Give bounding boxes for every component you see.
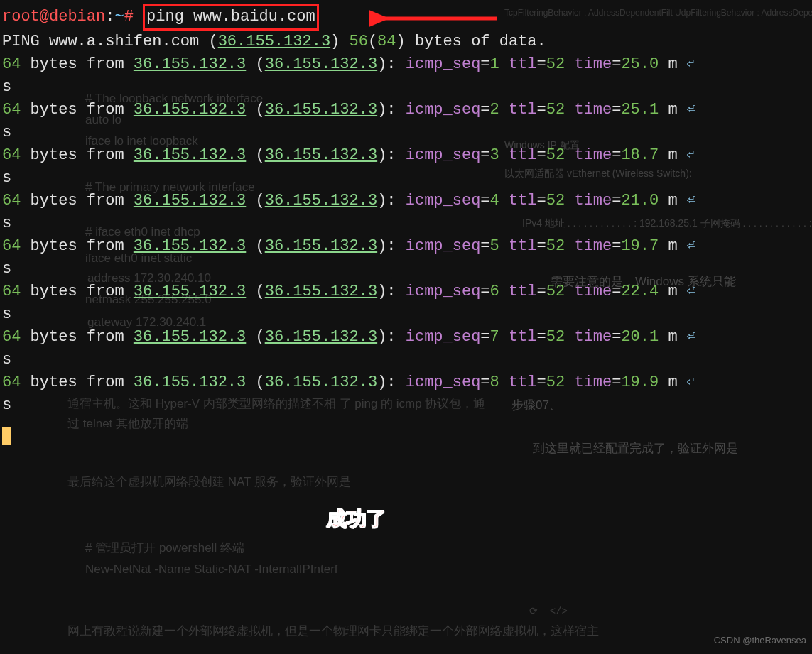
icmp-seq: 1	[490, 55, 499, 73]
wrap-arrow-icon: ⏎	[687, 328, 696, 346]
prompt-path: ~	[114, 8, 124, 26]
ping-command-highlighted: ping www.baidu.com	[143, 4, 319, 31]
resolved-ip: 36.155.132.3	[218, 33, 330, 50]
wrap-arrow-icon: ⏎	[687, 237, 696, 255]
time-value: 19.7	[621, 237, 659, 255]
time-value: 22.4	[621, 283, 659, 300]
bg-text: 最后给这个虚拟机网络段创建 NAT 服务，验证外网是	[67, 472, 351, 492]
time-value: 21.0	[621, 192, 659, 209]
time-value: 25.1	[621, 101, 659, 119]
terminal-output[interactable]: root@debian:~# ping www.baidu.com PING w…	[0, 0, 812, 420]
ttl-value: 52	[546, 192, 565, 209]
time-value: 20.1	[621, 328, 659, 346]
time-value: 25.0	[621, 55, 659, 73]
ping-reply-line: 64 bytes from 36.155.132.3 (36.155.132.3…	[2, 235, 810, 258]
wrap-arrow-icon: ⏎	[687, 146, 696, 164]
ttl-value: 52	[546, 328, 565, 346]
wrap-arrow-icon: ⏎	[687, 101, 696, 119]
ping-reply-wrap: s	[2, 76, 810, 99]
prompt-symbol: #	[124, 8, 134, 26]
prompt-user: root@debian	[2, 8, 105, 26]
reply-ip: 36.155.132.3	[134, 101, 246, 119]
ping-reply-wrap: s	[2, 121, 810, 144]
reply-ip: 36.155.132.3	[134, 192, 246, 209]
ping-header: PING www.a.shifen.com (36.155.132.3) 56(…	[2, 31, 810, 53]
icmp-seq: 8	[490, 374, 499, 391]
ping-reply-line: 64 bytes from 36.155.132.3 (36.155.132.3…	[2, 280, 810, 303]
wrap-arrow-icon: ⏎	[687, 283, 696, 300]
bg-text: 网上有教程说新建一个外部网络虚拟机，但是一个物理网卡只能绑定一个外部网络虚拟机，…	[67, 621, 812, 641]
ttl-value: 52	[546, 55, 565, 73]
icmp-seq: 4	[490, 192, 499, 209]
wrap-arrow-icon: ⏎	[687, 55, 696, 73]
reply-ip: 36.155.132.3	[134, 283, 246, 300]
annotation-success: 成功了	[327, 508, 386, 530]
ttl-value: 52	[546, 374, 565, 391]
icmp-seq: 5	[490, 237, 499, 255]
reply-ip: 36.155.132.3	[134, 237, 246, 255]
ping-reply-wrap: s	[2, 349, 810, 371]
ping-reply-line: 64 bytes from 36.155.132.3 (36.155.132.3…	[2, 371, 810, 394]
icmp-seq: 7	[490, 328, 499, 346]
ping-reply-wrap: s	[2, 394, 810, 417]
ttl-value: 52	[546, 101, 565, 119]
prompt-line: root@debian:~# ping www.baidu.com	[2, 4, 810, 31]
reply-ip: 36.155.132.3	[134, 55, 246, 73]
bg-text: New-NetNat -Name Static-NAT -InternalIPI…	[85, 560, 338, 579]
terminal-cursor	[2, 427, 11, 445]
bg-icons: ⟳ </>	[529, 600, 568, 623]
ttl-value: 52	[546, 237, 565, 255]
bg-text: # 管理员打开 powershell 终端	[85, 538, 244, 558]
time-value: 19.9	[621, 374, 659, 391]
ttl-value: 52	[546, 146, 565, 164]
icmp-seq: 2	[490, 101, 499, 119]
reply-ip: 36.155.132.3	[134, 374, 246, 391]
ping-reply-line: 64 bytes from 36.155.132.3 (36.155.132.3…	[2, 99, 810, 121]
wrap-arrow-icon: ⏎	[687, 374, 696, 391]
time-value: 18.7	[621, 146, 659, 164]
icmp-seq: 6	[490, 283, 499, 300]
icmp-seq: 3	[490, 146, 499, 164]
reply-ip: 36.155.132.3	[134, 328, 246, 346]
ping-reply-wrap: s	[2, 303, 810, 326]
ping-reply-wrap: s	[2, 212, 810, 235]
ping-reply-line: 64 bytes from 36.155.132.3 (36.155.132.3…	[2, 326, 810, 349]
ping-reply-line: 64 bytes from 36.155.132.3 (36.155.132.3…	[2, 53, 810, 76]
ping-reply-wrap: s	[2, 258, 810, 280]
ping-reply-line: 64 bytes from 36.155.132.3 (36.155.132.3…	[2, 190, 810, 212]
ping-reply-line: 64 bytes from 36.155.132.3 (36.155.132.3…	[2, 144, 810, 167]
reply-ip: 36.155.132.3	[134, 146, 246, 164]
watermark: CSDN @theRavensea	[714, 629, 806, 652]
wrap-arrow-icon: ⏎	[687, 192, 696, 209]
ping-reply-wrap: s	[2, 167, 810, 190]
bg-text: 到这里就已经配置完成了，验证外网是	[533, 439, 738, 459]
ttl-value: 52	[546, 283, 565, 300]
